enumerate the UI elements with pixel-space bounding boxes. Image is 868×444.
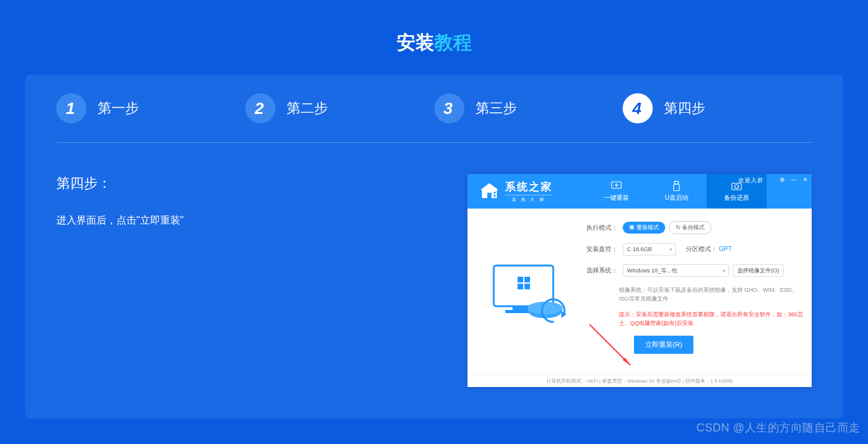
step-tabs: 1 第一步 2 第二步 3 第三步 4 第四步 [56,75,812,143]
illustration [475,221,581,369]
step-1-label: 第一步 [98,99,139,118]
browse-label: 选择镜像文件(O) [737,267,779,275]
step-1[interactable]: 1 第一步 [56,93,245,123]
step-4[interactable]: 4 第四步 [623,93,812,123]
svg-rect-10 [518,277,523,282]
reinstall-button[interactable]: 立即重装(R) [634,336,693,354]
hint2-label: 提示： [619,311,636,318]
status-bar: 计算机开机模式：UEFI | 硬盘类型：Windows 10 专业版64位 | … [467,374,812,387]
minimize-icon[interactable]: — [791,177,797,185]
mode-reinstall-pill[interactable]: ▣ 重装模式 [623,222,665,234]
svg-rect-11 [524,277,530,282]
browse-button[interactable]: 选择镜像文件(O) [733,264,784,277]
tab-usb-label: U盘启动 [665,194,688,202]
tab-reinstall[interactable]: 一键重装 [586,174,646,209]
step-4-label: 第四步 [664,99,705,118]
tab-backup-label: 备份还原 [724,194,749,202]
form-area: 执行模式： ▣ 重装模式 ↻ 备份模式 安装盘符： C 16.6GB ▾ 分 [581,221,804,369]
svg-rect-4 [674,184,680,191]
app-window: 系统之家 装 机 大 师 一键重装 U盘启动 [467,174,812,387]
usb-icon [670,180,683,192]
reinstall-label: 立即重装(R) [645,341,682,348]
hint-warning: 提示：安装后需重新修改系统首要权限，请退出所有安全软件，如：360卫士、QQ电脑… [586,310,804,328]
system-value: Windows 10_等...包 [627,267,677,275]
title-part-2: 教程 [434,32,472,53]
step-4-num: 4 [623,93,653,123]
app-body: 执行模式： ▣ 重装模式 ↻ 备份模式 安装盘符： C 16.6GB ▾ 分 [467,209,812,374]
partition-val: GPT [719,245,732,252]
step-1-num: 1 [56,93,86,123]
svg-point-1 [494,192,496,194]
svg-rect-3 [675,182,678,185]
system-select[interactable]: Windows 10_等...包 ▾ [623,264,729,277]
disk-select[interactable]: C 16.6GB ▾ [623,243,676,256]
chevron-down-icon: ▾ [723,268,725,274]
app-header: 系统之家 装 机 大 师 一键重装 U盘启动 [467,174,812,209]
step-3-num: 3 [434,93,464,123]
title-part-1: 安装 [397,32,434,53]
mode-row: 执行模式： ▣ 重装模式 ↻ 备份模式 [586,221,804,234]
header-link[interactable]: 欢迎入群 [738,177,763,185]
svg-point-6 [735,185,738,188]
step-2[interactable]: 2 第二步 [245,93,434,123]
tab-usb[interactable]: U盘启动 [646,174,707,209]
step-text: 第四步： 进入界面后，点击"立即重装" [56,174,396,387]
system-label: 选择系统： [586,266,619,275]
partition-info: 分区模式： GPT [686,245,732,254]
tutorial-panel: 1 第一步 2 第二步 3 第三步 4 第四步 第四步： 进入界面后，点击"立即… [25,75,843,418]
close-icon[interactable]: ✕ [803,177,808,185]
partition-key: 分区模式： [686,245,717,252]
svg-rect-13 [524,284,530,289]
screenshot-area: 系统之家 装 机 大 师 一键重装 U盘启动 [415,174,812,387]
hint1-label: 镜像系统： [619,287,647,293]
step-heading: 第四步： [56,174,396,193]
page-title: 安装教程 [0,0,868,75]
disk-row: 安装盘符： C 16.6GB ▾ 分区模式： GPT [586,243,804,256]
hint-formats: 镜像系统：可以安装下载及备份的系统镜像，支持 GHO、WIM、ESD、ISO等常… [586,286,804,304]
svg-point-0 [494,195,496,197]
house-icon [479,181,500,202]
tab-reinstall-label: 一键重装 [604,194,629,202]
disk-value: C 16.6GB [627,246,652,252]
watermark: CSDN @人生的方向随自己而走 [697,420,860,435]
app-logo: 系统之家 装 机 大 师 [467,180,586,203]
step-2-label: 第二步 [287,99,328,118]
chevron-down-icon: ▾ [670,247,672,252]
disk-label: 安装盘符： [586,245,619,254]
hint2-text: 安装后需重新修改系统首要权限，请退出所有安全软件，如：360卫士、QQ电脑管家(… [619,311,803,326]
step-3[interactable]: 3 第三步 [434,93,623,123]
mode-backup-pill[interactable]: ↻ 备份模式 [669,221,712,234]
settings-icon[interactable]: ⚙ [780,177,785,185]
step-2-num: 2 [245,93,275,123]
step-content: 第四步： 进入界面后，点击"立即重装" 系统之家 装 机 大 师 [56,143,812,387]
windows-icon [610,180,623,192]
logo-sub-text: 装 机 大 师 [505,195,553,203]
logo-main-text: 系统之家 [505,180,553,194]
system-row: 选择系统： Windows 10_等...包 ▾ 选择镜像文件(O) [586,264,804,277]
svg-rect-12 [518,284,523,289]
window-controls: 欢迎入群 ⚙ — ✕ [738,177,808,185]
step-description: 进入界面后，点击"立即重装" [56,212,396,230]
svg-rect-7 [494,266,553,306]
step-3-label: 第三步 [476,99,517,118]
mode-label: 执行模式： [586,224,619,232]
